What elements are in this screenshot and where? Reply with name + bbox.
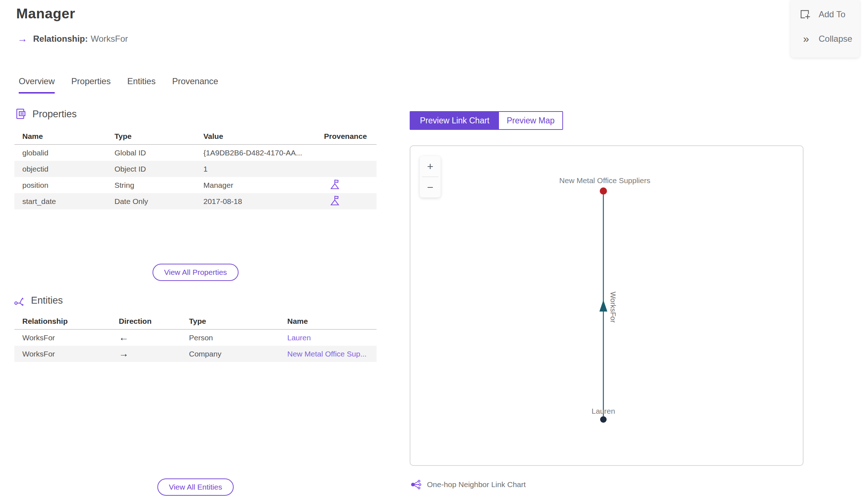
relationship-subtitle: → Relationship: WorksFor [17,34,128,44]
column-header-provenance: Provenance [316,132,377,141]
preview-link-chart-toggle[interactable]: Preview Link Chart [410,112,499,129]
table-row: position String Manager [14,177,377,193]
entity-relationship: WorksFor [14,333,111,342]
add-to-label: Add To [819,9,845,19]
relationship-arrow-icon: → [17,34,27,44]
chart-caption: One-hop Neighbor Link Chart [410,479,526,490]
page-title: Manager [16,6,75,22]
direction-arrow-icon: → [111,348,181,359]
column-header-name: Name [14,132,107,141]
tab-overview[interactable]: Overview [19,76,55,94]
entities-table-header: Relationship Direction Type Name [14,313,377,330]
zoom-out-button[interactable]: − [420,177,441,197]
property-value: {1A9DB2B6-D482-4170-AA... [195,149,316,157]
entity-name-link[interactable]: Lauren [287,333,311,342]
add-to-button[interactable]: Add To [800,5,860,24]
entity-type: Company [181,350,279,358]
company-node [600,187,607,195]
preview-map-toggle[interactable]: Preview Map [499,112,562,129]
entities-icon [14,294,25,307]
entity-relationship: WorksFor [14,350,111,358]
column-header-relationship: Relationship [14,317,111,326]
entity-name-link[interactable]: New Metal Office Sup... [287,350,366,358]
property-provenance [316,195,377,208]
properties-section-heading: Properties [15,108,77,120]
collapse-label: Collapse [819,34,852,44]
property-name: start_date [14,197,107,206]
entities-section-heading: Entities [14,294,63,307]
view-all-entities-button[interactable]: View All Entities [157,478,234,496]
entity-type: Person [181,333,279,342]
properties-table: Name Type Value Provenance globalid Glob… [14,128,377,209]
property-value: 1 [195,165,316,173]
entity-detail-page: Manager → Relationship: WorksFor Add To … [0,0,864,504]
table-row: start_date Date Only 2017-08-18 [14,193,377,209]
direction-arrow-icon: ← [111,332,181,343]
table-row: WorksFor ← Person Lauren [14,330,377,346]
tab-properties[interactable]: Properties [71,76,111,94]
chart-caption-label: One-hop Neighbor Link Chart [427,480,526,489]
table-row: WorksFor → Company New Metal Office Sup.… [14,346,377,362]
link-chart-icon [410,479,421,490]
tab-bar: Overview Properties Entities Provenance [19,76,218,94]
property-provenance [316,178,377,192]
provenance-flag-icon[interactable] [330,195,340,206]
node-label-company[interactable]: New Metal Office Suppliers [559,176,651,185]
table-row: globalid Global ID {1A9DB2B6-D482-4170-A… [14,145,377,161]
column-header-type: Type [181,317,279,326]
property-name: position [14,181,107,190]
add-to-icon [800,9,811,20]
provenance-flag-icon[interactable] [330,178,340,190]
zoom-control: + − [420,156,441,197]
relationship-value: WorksFor [91,34,128,44]
edge-label-worksfor[interactable]: WorksFor [609,292,617,323]
node-label-person[interactable]: Lauren [591,407,615,416]
property-type: String [107,181,195,190]
property-type: Date Only [107,197,195,206]
relationship-label: Relationship: [33,34,88,44]
column-header-value: Value [195,132,316,141]
property-type: Global ID [107,149,195,157]
properties-section-title: Properties [32,109,77,120]
properties-table-header: Name Type Value Provenance [14,128,377,145]
property-name: globalid [14,149,107,157]
link-chart-panel[interactable]: New Metal Office Suppliers Lauren WorksF… [410,145,804,466]
collapse-button[interactable]: » Collapse [800,29,860,48]
zoom-in-button[interactable]: + [420,156,441,177]
column-header-name: Name [279,317,377,326]
view-all-properties-button[interactable]: View All Properties [153,264,239,281]
link-chart-graph [410,146,803,465]
property-name: objectid [14,165,107,173]
column-header-direction: Direction [111,317,181,326]
table-row: objectid Object ID 1 [14,161,377,177]
collapse-icon: » [800,33,811,44]
property-type: Object ID [107,165,195,173]
property-value: Manager [195,181,316,190]
property-value: 2017-08-18 [195,197,316,206]
entities-table: Relationship Direction Type Name WorksFo… [14,313,377,362]
preview-toggle-group: Preview Link Chart Preview Map [410,111,563,130]
column-header-type: Type [107,132,195,141]
tab-entities[interactable]: Entities [127,76,156,94]
person-node [600,416,607,423]
properties-icon [15,108,27,120]
actions-card: Add To » Collapse [791,0,860,58]
entities-section-title: Entities [31,295,63,306]
tab-provenance[interactable]: Provenance [172,76,218,94]
